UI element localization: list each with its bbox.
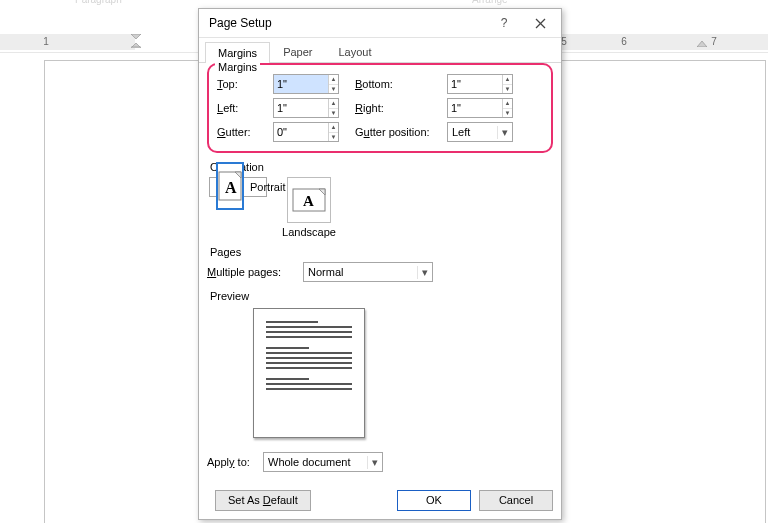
right-label: Right: [339, 102, 447, 114]
orientation-landscape-label: Landscape [282, 226, 336, 238]
margins-group: Margins Top: ▲▼ Bottom: ▲▼ Left: ▲▼ [207, 63, 553, 153]
ok-button[interactable]: OK [397, 490, 471, 511]
set-as-default-button[interactable]: Set As Default [215, 490, 311, 511]
gutter-position-value: Left [448, 126, 497, 138]
gutter-label: Gutter: [217, 126, 273, 138]
orientation-group: Orientation A Portrait A Landscape [207, 161, 553, 238]
bottom-label: Bottom: [339, 78, 447, 90]
spin-down-icon[interactable]: ▼ [329, 133, 338, 142]
spin-up-icon[interactable]: ▲ [329, 123, 338, 133]
svg-marker-3 [697, 41, 707, 47]
apply-to-label: Apply to: [207, 456, 263, 468]
apply-to-value: Whole document [264, 456, 367, 468]
svg-rect-2 [131, 47, 141, 48]
left-indent-marker[interactable] [131, 34, 141, 48]
right-indent-marker[interactable] [697, 33, 707, 47]
spin-down-icon[interactable]: ▼ [503, 109, 512, 118]
spin-up-icon[interactable]: ▲ [329, 99, 338, 109]
left-spinner[interactable]: ▲▼ [273, 98, 339, 118]
cancel-button[interactable]: Cancel [479, 490, 553, 511]
left-label: Left: [217, 102, 273, 114]
margins-legend: Margins [215, 61, 260, 73]
tab-strip: Margins Paper Layout [199, 38, 561, 63]
preview-legend: Preview [207, 290, 553, 302]
orientation-legend: Orientation [207, 161, 553, 173]
multiple-pages-label: Multiple pages: [207, 266, 303, 278]
preview-group: Preview [207, 290, 553, 438]
bottom-spinner[interactable]: ▲▼ [447, 74, 513, 94]
preview-thumbnail [253, 308, 365, 438]
multiple-pages-value: Normal [304, 266, 417, 278]
tab-margins[interactable]: Margins [205, 42, 270, 63]
gutter-position-label: Gutter position: [339, 126, 447, 138]
pages-legend: Pages [207, 246, 553, 258]
dialog-button-bar: Set As Default OK Cancel [207, 487, 553, 513]
spin-up-icon[interactable]: ▲ [503, 99, 512, 109]
orientation-landscape[interactable]: A Landscape [281, 177, 337, 238]
dialog-titlebar[interactable]: Page Setup ? [199, 9, 561, 38]
spin-down-icon[interactable]: ▼ [329, 109, 338, 118]
landscape-icon: A [287, 177, 331, 223]
top-input[interactable] [274, 75, 328, 93]
right-spinner[interactable]: ▲▼ [447, 98, 513, 118]
top-spinner[interactable]: ▲▼ [273, 74, 339, 94]
right-input[interactable] [448, 99, 502, 117]
chevron-down-icon: ▾ [367, 456, 382, 469]
help-icon[interactable]: ? [487, 9, 521, 37]
page-setup-dialog: Page Setup ? Margins Paper Layout Margin… [198, 8, 562, 520]
spin-up-icon[interactable]: ▲ [329, 75, 338, 85]
chevron-down-icon: ▾ [497, 126, 512, 139]
tab-paper[interactable]: Paper [270, 41, 325, 62]
left-input[interactable] [274, 99, 328, 117]
dialog-title: Page Setup [209, 16, 272, 30]
chevron-down-icon: ▾ [417, 266, 432, 279]
gutter-spinner[interactable]: ▲▼ [273, 122, 339, 142]
spin-down-icon[interactable]: ▼ [329, 85, 338, 94]
apply-to-select[interactable]: Whole document ▾ [263, 452, 383, 472]
svg-text:A: A [225, 179, 237, 196]
gutter-position-select[interactable]: Left ▾ [447, 122, 513, 142]
pages-group: Pages Multiple pages: Normal ▾ [207, 246, 553, 282]
tab-layout[interactable]: Layout [325, 41, 384, 62]
apply-to-row: Apply to: Whole document ▾ [207, 452, 553, 472]
svg-marker-0 [131, 34, 141, 39]
spin-up-icon[interactable]: ▲ [503, 75, 512, 85]
portrait-icon: A [216, 162, 244, 210]
orientation-portrait[interactable]: A Portrait [209, 177, 267, 197]
multiple-pages-select[interactable]: Normal ▾ [303, 262, 433, 282]
ribbon-group-labels: Paragraph Arrange [0, 0, 768, 6]
svg-text:A: A [303, 193, 314, 209]
bottom-input[interactable] [448, 75, 502, 93]
close-icon[interactable] [523, 9, 557, 37]
gutter-input[interactable] [274, 123, 328, 141]
top-label: Top: [217, 78, 273, 90]
spin-down-icon[interactable]: ▼ [503, 85, 512, 94]
